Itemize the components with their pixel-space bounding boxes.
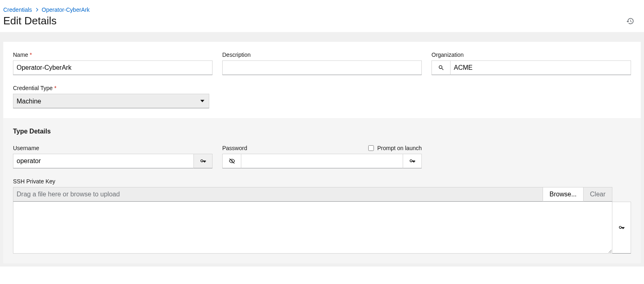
breadcrumb-current[interactable]: Operator-CyberArk [42,6,90,13]
clear-button[interactable]: Clear [584,187,612,202]
username-label: Username [13,145,213,151]
username-input[interactable] [13,154,194,168]
password-label: Password [222,145,247,151]
breadcrumb-root[interactable]: Credentials [3,6,32,13]
key-icon [618,224,625,231]
password-visibility-toggle[interactable] [222,154,241,168]
browse-button[interactable]: Browse... [543,187,584,202]
chevron-right-icon [35,8,39,12]
file-drop-area[interactable]: Drag a file here or browse to upload [13,187,543,202]
description-input[interactable] [222,60,422,75]
ssh-private-key-textarea[interactable] [13,202,612,254]
ssh-key-button[interactable] [612,202,631,254]
description-label: Description [222,52,422,58]
organization-input[interactable] [450,60,631,75]
history-icon[interactable] [626,17,634,25]
prompt-on-launch-label: Prompt on launch [377,145,422,151]
organization-label: Organization [431,52,631,58]
search-icon [438,65,444,71]
type-details-heading: Type Details [13,128,631,135]
eye-slash-icon [229,158,235,164]
key-icon [200,158,206,164]
credential-type-select[interactable]: Machine [13,94,209,108]
key-icon [409,158,416,164]
password-input[interactable] [241,154,403,168]
name-label: Name* [13,52,213,58]
password-key-button[interactable] [403,154,422,168]
ssh-private-key-label: SSH Private Key [13,178,631,185]
credential-type-label: Credential Type* [13,85,631,91]
username-key-button[interactable] [194,154,213,168]
organization-search-button[interactable] [431,60,450,75]
name-input[interactable] [13,60,213,75]
prompt-on-launch-checkbox[interactable] [368,145,374,151]
page-title: Edit Details [3,15,57,27]
breadcrumb: Credentials Operator-CyberArk [3,6,634,13]
